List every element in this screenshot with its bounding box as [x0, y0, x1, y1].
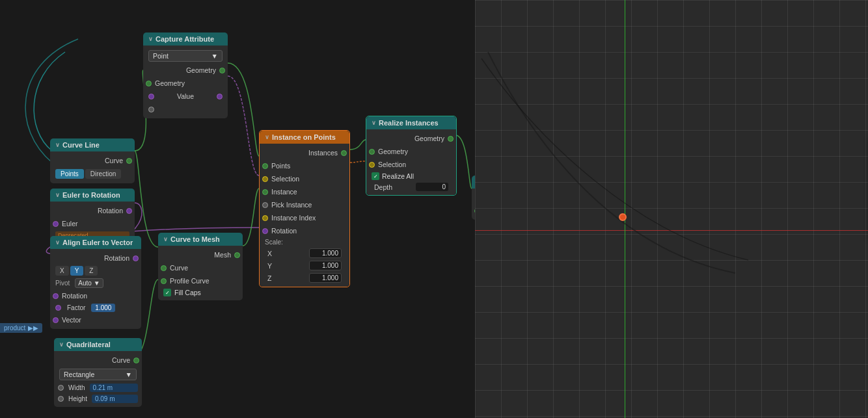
align-euler-to-vector-node: ∨ Align Euler to Vector Rotation X Y Z P… — [50, 236, 141, 329]
iop-instance-in — [262, 189, 268, 195]
axis-x — [475, 230, 868, 231]
align-vector-in — [53, 317, 59, 323]
align-factor-in — [55, 305, 61, 311]
capture-attr-value-out-socket — [217, 94, 223, 99]
fill-caps-label: Fill Caps — [174, 289, 201, 296]
node-editor: ∨ Capture Attribute Point ▼ Geometry Geo… — [0, 0, 475, 418]
iop-instance-index-in — [262, 215, 268, 221]
curve-line-direction-btn[interactable]: Direction — [85, 169, 121, 179]
euler-rotation-out — [126, 208, 132, 214]
euler-to-rotation-node: ∨ Euler to Rotation Rotation Euler Depre… — [50, 189, 135, 243]
quadrilateral-title: Quadrilateral — [66, 341, 111, 348]
instance-on-points-header: ∨ Instance on Points — [260, 131, 349, 144]
realize-all-label: Realize All — [382, 172, 414, 180]
iop-pick-instance-in — [262, 202, 268, 208]
instance-on-points-node: ∨ Instance on Points Instances Points Se… — [259, 130, 350, 287]
capture-attribute-domain-dropdown[interactable]: Point ▼ — [148, 50, 223, 62]
capture-attribute-header: ∨ Capture Attribute — [143, 33, 228, 46]
realize-all-checkbox[interactable]: ✓ — [372, 172, 379, 180]
capture-attr-geometry-out-socket — [219, 68, 225, 73]
curve-line-title: Curve Line — [62, 141, 100, 149]
iop-selection-in — [262, 176, 268, 182]
quad-height-socket — [58, 396, 64, 402]
capture-attr-geometry-in-socket — [146, 81, 152, 86]
curve-to-mesh-curve-in — [161, 265, 167, 271]
capture-attribute-title: Capture Attribute — [156, 35, 214, 43]
iop-rotation-in — [262, 228, 268, 234]
realize-geometry-in — [369, 149, 375, 155]
curve-to-mesh-profile-in — [161, 278, 167, 284]
euler-euler-in — [53, 221, 59, 227]
axis-y — [625, 0, 625, 418]
instance-on-points-title: Instance on Points — [272, 133, 336, 141]
align-euler-title: Align Euler to Vector — [62, 239, 133, 246]
curve-to-mesh-header: ∨ Curve to Mesh — [158, 233, 243, 246]
quadrilateral-header: ∨ Quadrilateral — [54, 338, 142, 351]
curve-to-mesh-out — [234, 252, 240, 258]
capture-attr-value-in-socket — [148, 94, 154, 99]
align-y-btn[interactable]: Y — [70, 266, 84, 276]
curve-line-curve-out — [126, 158, 132, 164]
product-label: product — [4, 324, 25, 332]
curve-line-btn-group: Points Direction — [55, 169, 129, 179]
capture-attribute-node: ∨ Capture Attribute Point ▼ Geometry Geo… — [143, 33, 228, 118]
euler-to-rotation-title: Euler to Rotation — [62, 191, 120, 199]
pivot-dropdown[interactable]: Auto ▼ — [75, 278, 103, 288]
realize-selection-in — [369, 162, 375, 168]
capture-attr-extra-socket — [148, 107, 154, 112]
viewport — [475, 0, 868, 418]
realize-geometry-out — [448, 136, 454, 142]
realize-instances-header: ∨ Realize Instances — [366, 116, 456, 129]
curve-to-mesh-title: Curve to Mesh — [170, 235, 220, 243]
euler-to-rotation-header: ∨ Euler to Rotation — [50, 189, 135, 202]
realize-instances-node: ∨ Realize Instances Geometry Geometry Se… — [366, 116, 457, 196]
curve-line-node: ∨ Curve Line Curve Points Direction — [50, 138, 135, 183]
product-tag: product ▶▶ — [0, 323, 42, 333]
curve-line-points-btn[interactable]: Points — [55, 169, 84, 179]
xyz-btn-group: X Y Z — [55, 266, 136, 276]
align-rotation-in — [53, 293, 59, 299]
align-z-btn[interactable]: Z — [85, 266, 98, 276]
iop-points-in — [262, 163, 268, 169]
instance-on-pts-out — [341, 150, 347, 156]
origin-dot — [619, 213, 627, 221]
quad-curve-out — [133, 358, 139, 363]
quadrilateral-node: ∨ Quadrilateral Curve Rectangle ▼ Width … — [54, 338, 142, 407]
fill-caps-checkbox[interactable]: ✓ — [163, 289, 171, 296]
align-x-btn[interactable]: X — [55, 266, 69, 276]
quad-width-socket — [58, 385, 64, 391]
realize-instances-title: Realize Instances — [379, 119, 439, 127]
align-euler-header: ∨ Align Euler to Vector — [50, 236, 141, 249]
viewport-grid — [475, 0, 868, 418]
curve-line-header: ∨ Curve Line — [50, 138, 135, 151]
align-rotation-out — [133, 255, 139, 261]
curve-to-mesh-node: ∨ Curve to Mesh Mesh Curve Profile Curve… — [158, 233, 243, 300]
quad-shape-dropdown[interactable]: Rectangle ▼ — [59, 369, 137, 380]
